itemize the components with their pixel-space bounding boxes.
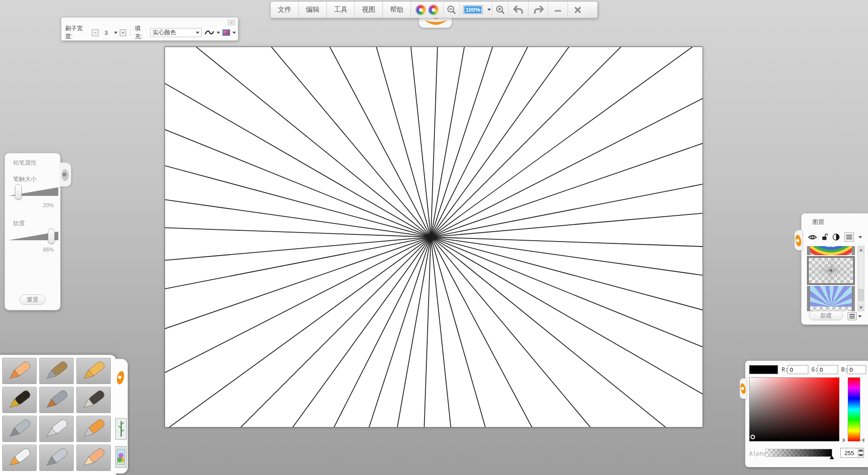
layer-options-dropdown[interactable] [859, 236, 862, 238]
hue-marker-left[interactable] [843, 438, 846, 442]
fill-color-dropdown[interactable] [232, 32, 236, 34]
softness-slider[interactable] [9, 228, 58, 244]
softness-slider-thumb[interactable] [48, 228, 55, 244]
current-color-swatch [749, 365, 778, 374]
sunburst-thumbnail [810, 286, 852, 307]
clown-left-eye-icon [415, 5, 426, 15]
eraser-icon [79, 446, 108, 469]
alpha-increase-button[interactable] [858, 448, 863, 453]
brush-width-dropdown[interactable] [114, 32, 118, 34]
ink-brush-icon [79, 389, 108, 411]
minimize-button[interactable] [548, 2, 568, 18]
layer-list [807, 246, 855, 311]
zoom-out-button[interactable] [443, 2, 460, 18]
bamboo-brush-button[interactable] [115, 418, 127, 440]
undo-button[interactable] [509, 2, 528, 18]
tool-fountain-pen[interactable] [2, 387, 37, 413]
sv-cursor[interactable] [750, 435, 755, 439]
tool-paint-roller[interactable] [76, 416, 111, 442]
layer-menu-dropdown[interactable] [858, 315, 862, 318]
layer-item-sunburst[interactable] [807, 286, 855, 311]
stroke-style-dropdown[interactable] [217, 32, 220, 34]
zoom-in-button[interactable] [492, 2, 509, 18]
tool-metal-pen[interactable] [39, 445, 74, 471]
layer-options-button[interactable] [844, 233, 854, 242]
brush-width-value: 3 [101, 29, 111, 36]
stamp-tool-button[interactable] [115, 446, 127, 468]
minimize-icon [554, 6, 562, 14]
tool-airbrush[interactable] [2, 416, 37, 442]
alpha-decrease-button[interactable] [858, 453, 863, 457]
zoom-in-icon [495, 5, 505, 15]
brush-width-decrease-button[interactable]: − [92, 29, 99, 36]
fill-mode-value: 实心颜色 [152, 28, 176, 37]
pencil-panel-tab-handle[interactable] [60, 162, 71, 187]
app-window: 文件 编辑 工具 视图 帮助 100% [0, 0, 868, 475]
menu-tools[interactable]: 工具 [327, 2, 355, 18]
tool-ink-brush[interactable] [76, 387, 111, 413]
layer-visibility-icon[interactable] [808, 234, 817, 241]
new-layer-button[interactable]: 新建 [809, 311, 843, 320]
zoom-level-value: 100% [464, 6, 481, 13]
chevron-down-icon [196, 32, 199, 34]
brush-toolbar-close-button[interactable]: x [228, 19, 235, 25]
layer-menu-button[interactable] [848, 312, 857, 320]
zoom-level-dropdown[interactable] [486, 2, 492, 18]
tool-wood-stick[interactable] [39, 358, 74, 384]
layer-blend-icon[interactable] [832, 233, 840, 241]
metal-pen-icon [42, 446, 71, 469]
fill-label: 填充: [135, 24, 148, 41]
g-input[interactable] [817, 365, 838, 374]
redo-icon [533, 5, 544, 15]
b-input[interactable] [847, 365, 866, 374]
layer-item-rainbow[interactable] [807, 246, 855, 255]
layer-item-current[interactable] [807, 256, 855, 285]
alpha-label: Alpha [749, 451, 767, 457]
color-panel-tab-handle[interactable] [740, 378, 746, 399]
stroke-size-slider[interactable] [9, 184, 58, 200]
pencil-panel-title: 铅笔属性 [13, 159, 37, 167]
layer-lock-icon[interactable] [821, 233, 828, 241]
tool-paint-jar[interactable] [2, 445, 37, 471]
fill-color-icon[interactable] [222, 29, 230, 36]
stroke-size-slider-thumb[interactable] [15, 184, 22, 200]
tool-palette-tab-handle[interactable] [114, 359, 128, 474]
saturation-value-picker[interactable] [749, 377, 840, 442]
alpha-value: 255 [841, 450, 858, 456]
alpha-slider[interactable] [765, 449, 832, 457]
alpha-marker[interactable] [830, 456, 834, 459]
tool-palette-knife[interactable] [39, 416, 74, 442]
softness-label: 软度 [13, 219, 25, 228]
r-input[interactable] [788, 365, 808, 374]
fill-mode-select[interactable]: 实心颜色 [150, 28, 202, 37]
menu-file[interactable]: 文件 [271, 2, 299, 18]
crayon-icon [79, 360, 108, 382]
layer-list-scrollbar[interactable]: ▲ ▼ [858, 246, 864, 311]
tool-crayon[interactable] [76, 358, 111, 384]
scroll-up-button[interactable]: ▲ [858, 247, 864, 253]
menu-edit[interactable]: 编辑 [299, 2, 327, 18]
close-button[interactable] [568, 2, 587, 18]
tool-eraser[interactable] [76, 445, 111, 471]
alpha-spinner[interactable]: 255 [840, 448, 864, 458]
starburst-drawing [165, 47, 703, 427]
zoom-level-field[interactable]: 100% [460, 2, 486, 18]
redo-button[interactable] [528, 2, 548, 18]
layers-panel-title: 图层 [812, 218, 824, 226]
scroll-down-button[interactable]: ▼ [858, 304, 864, 311]
mascot-eyes-button[interactable] [411, 2, 443, 18]
ear-icon [116, 370, 125, 385]
stamp-picture-icon [117, 449, 125, 465]
brush-width-increase-button[interactable]: + [120, 29, 127, 36]
menu-help[interactable]: 帮助 [383, 2, 411, 18]
menu-view[interactable]: 视图 [355, 2, 383, 18]
stroke-style-button[interactable] [204, 28, 214, 37]
layers-panel-tab-handle[interactable] [794, 230, 802, 251]
drawing-canvas[interactable] [165, 47, 703, 428]
hue-marker-right[interactable] [861, 438, 864, 442]
hue-slider[interactable] [848, 377, 860, 442]
scrollbar-thumb[interactable] [859, 289, 863, 301]
tool-flat-brush[interactable] [39, 387, 74, 413]
tool-pencil[interactable] [2, 358, 37, 384]
reset-button[interactable]: 重置 [19, 294, 46, 305]
